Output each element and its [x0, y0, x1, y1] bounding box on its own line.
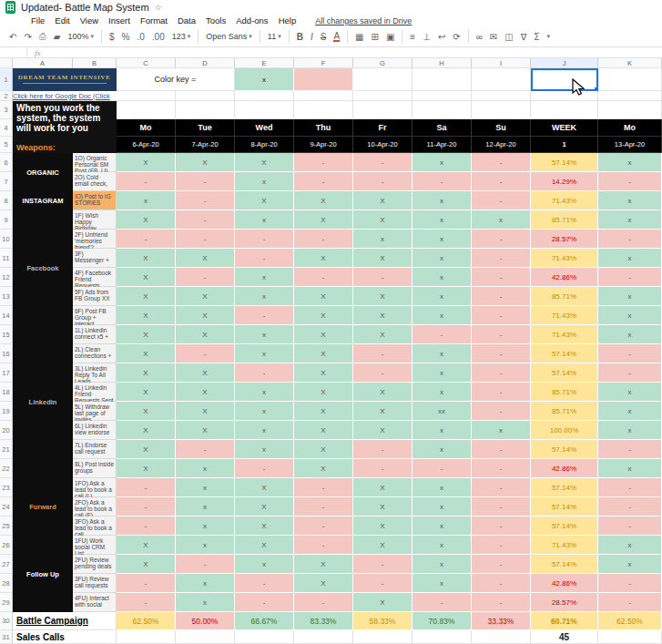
cell[interactable]: X	[294, 344, 353, 363]
formula-input[interactable]	[48, 47, 662, 57]
week-percent-cell[interactable]: 71.43%	[531, 249, 598, 268]
cell[interactable]: X	[176, 287, 235, 306]
row-header-2[interactable]: 2	[0, 91, 13, 101]
paint-format-icon[interactable]: ▰	[54, 32, 61, 42]
logo-cell[interactable]: DREAM TEAM INTENSIVE	[13, 68, 117, 91]
row-header-29[interactable]: 29	[0, 593, 13, 612]
cell[interactable]: X	[294, 249, 353, 268]
week-percent-cell[interactable]: 71.43%	[531, 191, 598, 210]
cell[interactable]: X	[117, 210, 176, 230]
row-header-19[interactable]: 19	[0, 402, 13, 421]
row-header-12[interactable]: 12	[0, 268, 13, 287]
row-header-3[interactable]: 3	[0, 101, 13, 119]
cell[interactable]: -	[472, 230, 531, 249]
saved-status-link[interactable]: All changes saved in Drive	[315, 16, 412, 26]
cell[interactable]: x	[412, 191, 472, 210]
row-header-23[interactable]: 23	[0, 478, 13, 497]
row-header-18[interactable]: 18	[0, 383, 13, 402]
star-icon[interactable]: ☆	[155, 3, 162, 12]
cell[interactable]: -	[598, 172, 662, 191]
group-label-facebook[interactable]: Facebook	[13, 210, 73, 325]
color-key-pink-cell[interactable]	[294, 68, 353, 91]
week-percent-cell[interactable]: 57.14%	[531, 478, 598, 497]
cell[interactable]: -	[176, 172, 235, 191]
row-header-1[interactable]: 1	[0, 68, 13, 91]
cell[interactable]: X	[294, 421, 353, 440]
cell[interactable]	[176, 91, 235, 101]
row-header-16[interactable]: 16	[0, 344, 13, 363]
weapon-cell[interactable]: 3FU) Review call requests	[73, 574, 117, 593]
cell[interactable]: -	[176, 210, 235, 230]
cell[interactable]: -	[294, 268, 353, 287]
cell[interactable]: X	[294, 440, 353, 459]
cell[interactable]	[294, 91, 353, 101]
cell[interactable]: X	[176, 363, 235, 383]
cell[interactable]	[235, 101, 294, 119]
cell[interactable]: -	[412, 593, 472, 612]
italic-icon[interactable]: I	[311, 32, 313, 42]
date-cell[interactable]: 12-Apr-20	[472, 137, 531, 153]
cell[interactable]: x	[235, 344, 294, 363]
bold-icon[interactable]: B	[297, 32, 303, 42]
cell[interactable]: x	[235, 210, 294, 230]
group-label-forward[interactable]: Forward	[13, 478, 73, 536]
week-percent-cell[interactable]: 28.57%	[531, 593, 598, 612]
cell[interactable]	[531, 91, 598, 101]
cell[interactable]: x	[235, 383, 294, 402]
week-percent-cell[interactable]: 100.00%	[531, 421, 598, 440]
row-header-9[interactable]: 9	[0, 210, 13, 230]
row-header-31[interactable]: 31	[0, 630, 13, 644]
battle-percent-cell[interactable]: 62.50%	[598, 612, 662, 630]
cell[interactable]	[117, 630, 176, 644]
cell[interactable]: -	[472, 440, 531, 459]
row-header-28[interactable]: 28	[0, 574, 13, 593]
group-label-follow-up[interactable]: Follow Up	[13, 536, 73, 612]
cell[interactable]: x	[412, 574, 472, 593]
day-header-tue[interactable]: Tue	[176, 119, 235, 137]
day-header-wed[interactable]: Wed	[235, 119, 294, 137]
cell[interactable]: X	[353, 402, 412, 421]
cell[interactable]: xx	[412, 402, 472, 421]
name-box[interactable]	[0, 47, 27, 57]
cell[interactable]: x	[598, 210, 662, 230]
cell[interactable]: -	[598, 497, 662, 516]
cell[interactable]: X	[117, 421, 176, 440]
battle-percent-cell[interactable]: 70.83%	[412, 612, 472, 630]
column-header-E[interactable]: E	[235, 58, 294, 68]
strikethrough-icon[interactable]: S	[321, 32, 327, 42]
cell[interactable]: -	[353, 153, 412, 172]
battle-percent-cell[interactable]: 83.33%	[294, 612, 353, 630]
cell[interactable]	[472, 68, 531, 91]
week-percent-cell[interactable]: 42.86%	[531, 459, 598, 478]
cell[interactable]: -	[412, 325, 472, 344]
cell[interactable]: X	[117, 383, 176, 402]
row-header-11[interactable]: 11	[0, 249, 13, 268]
cell[interactable]: x	[235, 325, 294, 344]
row-header-30[interactable]: 30	[0, 612, 13, 630]
week-header[interactable]: WEEK	[531, 119, 598, 137]
cell[interactable]: -	[472, 478, 531, 497]
cell[interactable]: X	[294, 363, 353, 383]
decrease-decimals-icon[interactable]: .0	[137, 32, 145, 42]
menu-tools[interactable]: Tools	[206, 15, 226, 26]
menu-format[interactable]: Format	[140, 15, 168, 26]
weapon-cell[interactable]: 4F) Facebook Friend Requests	[73, 268, 117, 287]
cell[interactable]	[598, 101, 662, 119]
week-percent-cell[interactable]: 71.43%	[531, 325, 598, 344]
cell[interactable]: X	[235, 516, 294, 536]
cell[interactable]: -	[294, 153, 353, 172]
cell[interactable]: -	[598, 478, 662, 497]
cell[interactable]	[294, 630, 353, 644]
cell[interactable]: -	[117, 516, 176, 536]
cell[interactable]: -	[235, 574, 294, 593]
fill-handle[interactable]	[594, 87, 598, 91]
week-percent-cell[interactable]: 57.14%	[531, 555, 598, 574]
row-header-15[interactable]: 15	[0, 325, 13, 344]
cell[interactable]: -	[117, 593, 176, 612]
cell[interactable]	[235, 91, 294, 101]
cell[interactable]: x	[412, 497, 472, 516]
cell[interactable]: X	[353, 536, 412, 555]
date-cell[interactable]: 7-Apr-20	[176, 137, 235, 153]
cell[interactable]: -	[294, 478, 353, 497]
cell[interactable]: X	[176, 306, 235, 325]
